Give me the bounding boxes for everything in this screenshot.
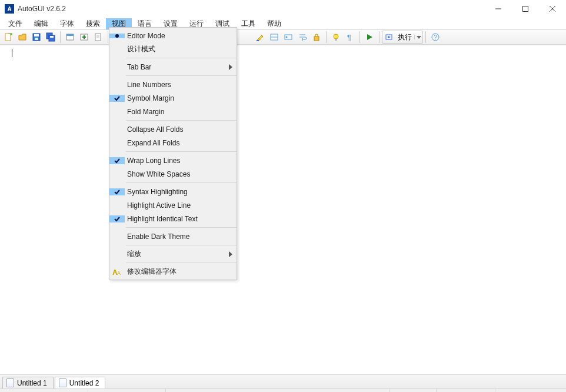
menu-item-label: Collapse All Folds: [125, 125, 237, 134]
svg-point-42: [115, 34, 119, 38]
menu-edit[interactable]: 编辑: [28, 18, 54, 29]
menu-separator: [126, 58, 237, 58]
menu-item[interactable]: Show White Spaces: [109, 167, 237, 181]
idea-button[interactable]: [329, 31, 343, 44]
menu-item-label: Editor Mode: [125, 32, 237, 40]
check-mark-icon: [109, 215, 125, 222]
minimize-icon: [495, 6, 501, 12]
svg-marker-43: [229, 64, 232, 70]
menu-item[interactable]: Highlight Active Line: [109, 198, 237, 212]
panel-button[interactable]: [267, 31, 281, 44]
menu-item-label: Wrap Long Lines: [125, 157, 237, 165]
menu-separator: [126, 120, 237, 121]
folder-open-icon: [18, 32, 27, 42]
menu-help[interactable]: 帮助: [261, 18, 287, 29]
lightbulb-icon: [331, 32, 341, 42]
toolbar-separator: [379, 31, 379, 43]
menu-font[interactable]: 字体: [54, 18, 80, 29]
layout-icon: [269, 32, 279, 42]
svg-rect-1: [523, 6, 528, 12]
menu-item[interactable]: Highlight Identical Text: [109, 212, 237, 225]
svg-rect-7: [34, 34, 39, 36]
app-window-icon: [65, 32, 75, 42]
new-button[interactable]: [1, 31, 15, 44]
svg-rect-17: [95, 34, 101, 41]
menu-separator: [126, 75, 237, 76]
menu-item[interactable]: Expand All Folds: [109, 136, 237, 150]
paragraph-button[interactable]: ¶: [343, 31, 357, 44]
menu-item[interactable]: Fold Margin: [109, 105, 237, 118]
toolbar: ¶ 执行 ?: [0, 29, 566, 45]
open-button[interactable]: [15, 31, 29, 44]
save-all-button[interactable]: [44, 31, 58, 44]
status-insert-mode: Insert: [389, 389, 437, 392]
close-icon: [550, 6, 555, 12]
menu-item-label: Show White Spaces: [125, 170, 237, 178]
submenu-arrow-icon: [225, 64, 237, 70]
menu-item[interactable]: Tab Bar: [109, 60, 237, 74]
lock-button[interactable]: [309, 31, 324, 44]
radio-mark-icon: [109, 34, 125, 38]
svg-rect-11: [50, 36, 54, 38]
app-icon: A: [5, 4, 14, 14]
menu-item-label: Highlight Identical Text: [125, 215, 237, 223]
exec-icon: [385, 33, 393, 41]
menu-item-label: Symbol Margin: [125, 94, 237, 102]
bookmark-icon: [284, 32, 293, 42]
minimize-button[interactable]: [485, 0, 512, 18]
run-split-play[interactable]: [382, 33, 395, 41]
bookmark-button[interactable]: [281, 31, 295, 44]
run-split-dropdown[interactable]: [414, 35, 422, 39]
menu-item[interactable]: Syntax Highlighting: [109, 185, 237, 198]
wrap-icon: [298, 32, 307, 42]
svg-rect-34: [335, 39, 337, 41]
menu-item[interactable]: 缩放: [109, 247, 237, 261]
toolbar-separator: [326, 31, 327, 43]
add-button[interactable]: [77, 31, 91, 44]
run-split-button[interactable]: 执行: [382, 31, 423, 44]
menu-item[interactable]: Collapse All Folds: [109, 122, 237, 136]
help-button[interactable]: ?: [428, 31, 442, 44]
lock-icon: [312, 32, 321, 42]
svg-point-29: [286, 36, 288, 38]
menu-item-label: Fold Margin: [125, 108, 237, 116]
check-mark-icon: [109, 188, 125, 195]
help-icon: ?: [431, 32, 440, 42]
run-split-label[interactable]: 执行: [395, 32, 414, 42]
menu-item[interactable]: Symbol Margin: [109, 91, 237, 105]
menu-item-label: Syntax Highlighting: [125, 188, 237, 196]
menu-item[interactable]: Editor Mode: [109, 29, 237, 42]
highlight-button[interactable]: [253, 31, 267, 44]
new-doc-button[interactable]: [91, 31, 105, 44]
menu-item[interactable]: Enable Dark Theme: [109, 230, 237, 243]
editor-area[interactable]: [0, 45, 566, 374]
document-icon: [59, 378, 66, 387]
menu-tools[interactable]: 工具: [235, 18, 261, 29]
tab-untitled-1[interactable]: Untitled 1: [2, 377, 54, 388]
svg-rect-8: [35, 38, 38, 40]
wrap-button[interactable]: [295, 31, 309, 44]
svg-text:¶: ¶: [347, 33, 351, 42]
svg-rect-13: [66, 34, 74, 36]
window-button[interactable]: [63, 31, 77, 44]
run-button[interactable]: [362, 31, 377, 44]
run-label-text: 执行: [398, 32, 412, 42]
tab-untitled-2[interactable]: Untitled 2: [55, 377, 106, 388]
menu-search[interactable]: 搜索: [80, 18, 106, 29]
menu-item[interactable]: 设计模式: [109, 42, 237, 56]
document-icon: [6, 378, 14, 387]
svg-marker-36: [367, 34, 372, 40]
menu-item-label: 缩放: [125, 249, 225, 259]
close-button[interactable]: [539, 0, 566, 18]
marker-icon: [255, 32, 265, 42]
toolbar-separator: [359, 31, 360, 43]
svg-point-33: [334, 34, 338, 39]
menu-item[interactable]: Wrap Long Lines: [109, 154, 237, 167]
menu-file[interactable]: 文件: [2, 18, 28, 29]
font-icon: AA: [109, 268, 125, 276]
maximize-button[interactable]: [512, 0, 539, 18]
save-button[interactable]: [29, 31, 44, 44]
menu-bar: 文件 编辑 字体 搜索 视图 语言 设置 运行 调试 工具 帮助: [0, 18, 566, 29]
menu-item[interactable]: Line Numbers: [109, 78, 237, 91]
menu-item[interactable]: AA修改编辑器字体: [109, 265, 237, 278]
